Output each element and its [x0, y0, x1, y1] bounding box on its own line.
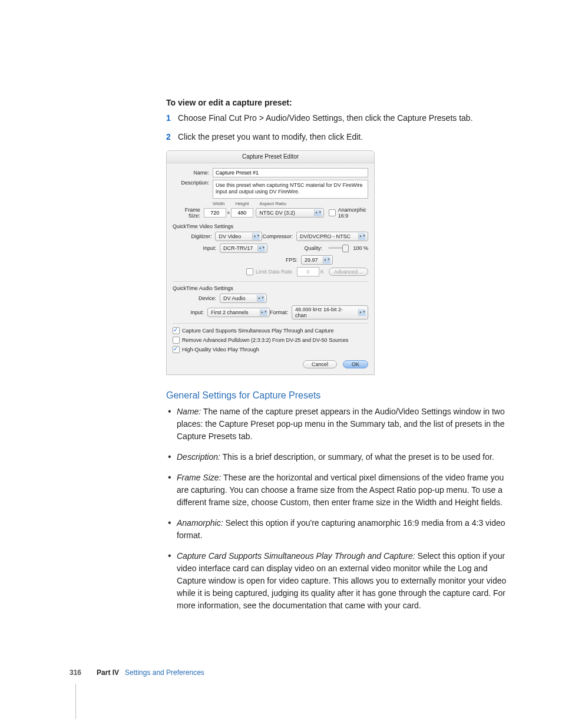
term: Anamorphic: — [177, 518, 223, 528]
section-heading: General Settings for Capture Presets — [166, 390, 513, 401]
capture-preset-editor-dialog: Capture Preset Editor Name: Description:… — [166, 150, 375, 375]
name-field[interactable] — [213, 168, 368, 177]
procedure-heading: To view or edit a capture preset: — [166, 98, 513, 107]
qt-audio-header: QuickTime Audio Settings — [173, 281, 368, 291]
framesize-label: Frame Size: — [173, 207, 204, 219]
chevron-updown-icon: ▲▼ — [314, 209, 322, 216]
format-label: Format: — [270, 309, 292, 315]
chevron-updown-icon: ▲▼ — [323, 256, 330, 263]
digitizer-value: DV Video — [219, 233, 241, 239]
name-label: Name: — [173, 170, 213, 176]
height-field[interactable] — [231, 208, 253, 218]
chevron-updown-icon: ▲▼ — [257, 245, 265, 252]
definition: These are the horizontal and vertical pi… — [177, 473, 504, 507]
chevron-updown-icon: ▲▼ — [252, 233, 260, 240]
description-field[interactable]: Use this preset when capturing NTSC mate… — [213, 180, 368, 199]
ainput-popup[interactable]: First 2 channels ▲▼ — [207, 308, 270, 317]
fps-popup[interactable]: 29.97 ▲▼ — [301, 255, 333, 265]
chevron-updown-icon: ▲▼ — [358, 309, 366, 316]
ainput-label: Input: — [189, 309, 207, 315]
description-label: Description: — [173, 180, 213, 186]
footer-rule — [75, 684, 76, 719]
list-item: Capture Card Supports Simultaneous Play … — [166, 550, 513, 612]
times-icon: x — [227, 210, 230, 215]
anamorphic-checkbox[interactable] — [329, 209, 336, 216]
ok-button[interactable]: OK — [343, 360, 368, 368]
quality-pct: 100 % — [353, 245, 368, 251]
list-item: Frame Size: These are the horizontal and… — [166, 472, 513, 509]
part-label: Part IV — [97, 668, 119, 677]
aspect-popup[interactable]: NTSC DV (3:2) ▲▼ — [256, 208, 324, 218]
format-value: 48.000 kHz 16-bit 2-chan — [295, 307, 353, 318]
qt-video-header: QuickTime Video Settings — [173, 223, 368, 229]
compressor-label: Compressor: — [262, 233, 296, 239]
chevron-updown-icon: ▲▼ — [260, 309, 267, 316]
input-popup[interactable]: DCR-TRV17 ▲▼ — [220, 243, 267, 253]
definition: Select this option if you're capturing a… — [177, 518, 505, 540]
limit-datarate-label: Limit Data Rate — [256, 269, 292, 275]
col-height: Height — [235, 201, 249, 206]
anamorphic-label: Anamorphic 16:9 — [338, 207, 368, 219]
term: Capture Card Supports Simultaneous Play … — [177, 551, 415, 561]
opt3-label: High-Quality Video Play Through — [182, 347, 259, 353]
device-label: Device: — [189, 295, 220, 301]
input-label: Input: — [189, 245, 220, 251]
step-text: Choose Final Cut Pro > Audio/Video Setti… — [178, 113, 473, 123]
step-1: 1 Choose Final Cut Pro > Audio/Video Set… — [166, 112, 513, 124]
compressor-popup[interactable]: DV/DVCPRO - NTSC ▲▼ — [296, 232, 368, 241]
aspect-popup-value: NTSC DV (3:2) — [259, 210, 295, 216]
format-popup[interactable]: 48.000 kHz 16-bit 2-chan ▲▼ — [292, 305, 368, 319]
limit-datarate-field[interactable] — [297, 267, 319, 276]
list-item: Name: The name of the capture preset app… — [166, 406, 513, 443]
dialog-title: Capture Preset Editor — [167, 151, 374, 163]
opt2-checkbox[interactable] — [173, 337, 180, 344]
device-popup[interactable]: DV Audio ▲▼ — [220, 294, 267, 303]
digitizer-popup[interactable]: DV Video ▲▼ — [215, 232, 262, 241]
ainput-value: First 2 channels — [211, 309, 249, 315]
term: Frame Size: — [177, 473, 221, 482]
term: Name: — [177, 407, 201, 416]
step-number: 1 — [166, 112, 171, 124]
page-footer: 316 Part IV Settings and Preferences — [70, 668, 204, 677]
opt2-label: Remove Advanced Pulldown (2:3:3:2) From … — [182, 337, 348, 343]
limit-unit: K — [320, 269, 324, 275]
step-number: 2 — [166, 131, 171, 143]
limit-datarate-checkbox[interactable] — [246, 268, 253, 275]
input-value: DCR-TRV17 — [223, 245, 253, 251]
slider-thumb-icon — [342, 245, 349, 252]
col-aspect: Aspect Ratio — [260, 201, 286, 206]
definition-list: Name: The name of the capture preset app… — [166, 406, 513, 612]
digitizer-label: Digitizer: — [189, 233, 215, 239]
opt1-label: Capture Card Supports Simultaneous Play … — [182, 328, 333, 334]
step-2: 2 Click the preset you want to modify, t… — [166, 131, 513, 143]
width-field[interactable] — [204, 208, 226, 218]
advanced-button[interactable]: Advanced… — [329, 268, 368, 276]
quality-slider[interactable] — [328, 247, 348, 249]
device-value: DV Audio — [223, 295, 246, 301]
compressor-value: DV/DVCPRO - NTSC — [300, 233, 351, 239]
part-name: Settings and Preferences — [125, 668, 204, 677]
step-text: Click the preset you want to modify, the… — [178, 132, 363, 141]
opt1-checkbox[interactable] — [173, 327, 180, 334]
list-item: Anamorphic: Select this option if you're… — [166, 517, 513, 542]
page-number: 316 — [70, 668, 81, 677]
quality-label: Quality: — [287, 245, 326, 251]
chevron-updown-icon: ▲▼ — [358, 233, 366, 240]
col-width: Width — [213, 201, 224, 206]
term: Description: — [177, 452, 220, 462]
definition: The name of the capture preset appears i… — [177, 407, 505, 441]
fps-value: 29.97 — [305, 257, 318, 263]
opt3-checkbox[interactable] — [173, 346, 180, 353]
cancel-button[interactable]: Cancel — [303, 360, 337, 368]
fps-label: FPS: — [262, 257, 301, 263]
definition: This is a brief description, or summary,… — [220, 452, 494, 462]
chevron-updown-icon: ▲▼ — [257, 295, 265, 302]
list-item: Description: This is a brief description… — [166, 451, 513, 463]
